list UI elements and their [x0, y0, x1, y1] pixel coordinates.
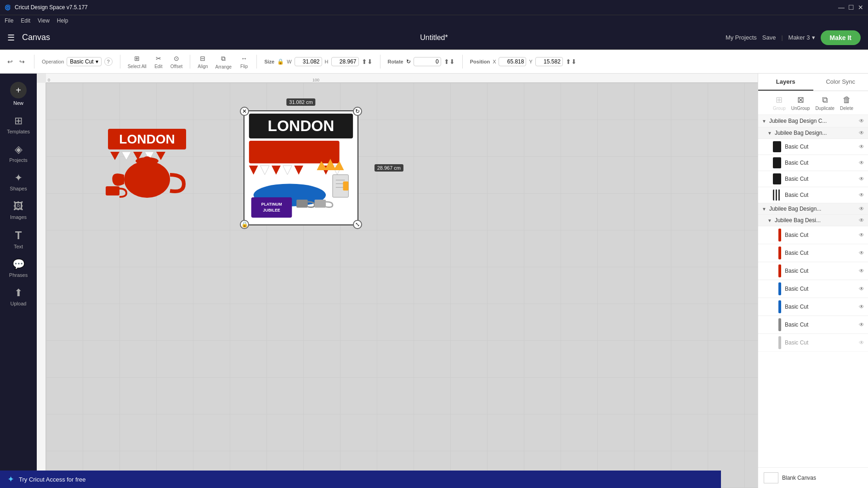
- align-icon[interactable]: ⊟: [198, 54, 207, 63]
- visibility-icon-sub2[interactable]: 👁: [859, 206, 864, 212]
- y-input[interactable]: [535, 57, 563, 66]
- sidebar-item-shapes[interactable]: ✦ Shapes: [0, 167, 37, 196]
- sidebar-item-phrases[interactable]: 💬 Phrases: [0, 254, 37, 282]
- handle-top-left[interactable]: ✕: [240, 107, 249, 116]
- london-design-left[interactable]: LONDON: [101, 124, 193, 202]
- app-title: Cricut Design Space v7.5.177: [15, 4, 88, 11]
- sidebar-label-templates: Templates: [7, 129, 30, 134]
- layer-subthumb-7: [778, 336, 781, 349]
- blank-canvas-thumb: [764, 472, 778, 483]
- my-projects-link[interactable]: My Projects: [726, 34, 757, 41]
- sidebar-item-projects[interactable]: ◈ Projects: [0, 139, 37, 167]
- position-stepper[interactable]: ⬆⬇: [566, 58, 577, 65]
- sidebar-item-images[interactable]: 🖼 Images: [0, 196, 37, 224]
- canvas-area[interactable]: 0 100 LONDON: [37, 74, 758, 488]
- layer-action-duplicate[interactable]: ⧉ Duplicate: [815, 95, 834, 111]
- close-button[interactable]: ✕: [858, 4, 863, 11]
- visibility-sublayer-4[interactable]: 👁: [859, 286, 864, 292]
- visibility-icon-subsub1[interactable]: 👁: [859, 217, 864, 224]
- new-icon: +: [10, 82, 27, 98]
- x-input[interactable]: [499, 57, 526, 66]
- offset-icon[interactable]: ⊙: [172, 54, 181, 63]
- visibility-sublayer-7[interactable]: 👁: [859, 339, 864, 346]
- london-design-selected[interactable]: 31.082 cm 28.967 cm ✕ ↻ 🔒 ⤡ LONDON: [244, 110, 358, 225]
- save-button[interactable]: Save: [762, 34, 776, 41]
- sidebar-label-shapes: Shapes: [10, 186, 27, 191]
- menu-file[interactable]: File: [5, 17, 13, 24]
- layer-subsubgroup-1[interactable]: ▼ Jubilee Bag Desi... 👁: [758, 215, 868, 226]
- visibility-icon-1[interactable]: 👁: [859, 118, 864, 124]
- width-input[interactable]: [295, 57, 322, 66]
- menu-edit[interactable]: Edit: [21, 17, 30, 24]
- layer-subgroup-2[interactable]: ▼ Jubilee Bag Design... 👁: [758, 203, 868, 215]
- visibility-sublayer-5[interactable]: 👁: [859, 304, 864, 310]
- height-input[interactable]: [331, 57, 359, 66]
- handle-top-right[interactable]: ↻: [353, 107, 362, 116]
- rotate-stepper[interactable]: ⬆⬇: [444, 58, 455, 65]
- size-stepper[interactable]: ⬆⬇: [362, 58, 373, 65]
- undo-button[interactable]: ↩: [6, 57, 15, 66]
- sidebar-item-templates[interactable]: ⊞ Templates: [0, 110, 37, 139]
- edit-icon[interactable]: ✂: [154, 54, 163, 63]
- layer-subitem-4[interactable]: Basic Cut 👁: [758, 280, 868, 298]
- layer-subitem-6[interactable]: Basic Cut 👁: [758, 316, 868, 334]
- layer-item-4[interactable]: Basic Cut 👁: [758, 187, 868, 203]
- visibility-layer-3[interactable]: 👁: [859, 176, 864, 182]
- blank-canvas-button[interactable]: Blank Canvas: [758, 467, 868, 488]
- visibility-layer-2[interactable]: 👁: [859, 160, 864, 166]
- ungroup-label: UnGroup: [791, 106, 810, 111]
- layer-subitem-3[interactable]: Basic Cut 👁: [758, 262, 868, 280]
- layer-action-ungroup[interactable]: ⊠ UnGroup: [791, 95, 810, 111]
- layer-group-jubilee-c[interactable]: ▼ Jubilee Bag Design C... 👁: [758, 115, 868, 127]
- select-all-icon[interactable]: ⊞: [132, 54, 142, 63]
- access-banner[interactable]: ✦ Try Cricut Access for free: [0, 471, 721, 488]
- handle-bottom-right[interactable]: ⤡: [353, 220, 362, 229]
- collapse-icon-1: ▼: [762, 119, 766, 124]
- layer-subthumb-5: [778, 300, 781, 313]
- visibility-layer-4[interactable]: 👁: [859, 192, 864, 198]
- visibility-sublayer-1[interactable]: 👁: [859, 232, 864, 238]
- layer-action-delete[interactable]: 🗑 Delete: [840, 95, 853, 111]
- minimize-button[interactable]: —: [838, 4, 845, 11]
- visibility-sublayer-3[interactable]: 👁: [859, 268, 864, 274]
- tab-color-sync[interactable]: Color Sync: [813, 74, 868, 91]
- layer-name-4: Basic Cut: [785, 192, 855, 198]
- arrange-icon[interactable]: ⧉: [219, 54, 227, 63]
- canvas-content[interactable]: LONDON: [46, 83, 758, 488]
- visibility-icon-sub1[interactable]: 👁: [859, 130, 864, 136]
- sidebar-item-upload[interactable]: ⬆ Upload: [0, 282, 37, 311]
- maximize-button[interactable]: ☐: [848, 4, 854, 11]
- hamburger-menu[interactable]: ☰: [7, 33, 15, 43]
- operation-select[interactable]: Basic Cut ▾: [67, 57, 101, 66]
- visibility-layer-1[interactable]: 👁: [859, 144, 864, 150]
- window-controls[interactable]: — ☐ ✕: [838, 4, 863, 11]
- layer-item-1[interactable]: Basic Cut 👁: [758, 139, 868, 155]
- operation-help-button[interactable]: ?: [104, 57, 113, 66]
- layer-subgroup-1[interactable]: ▼ Jubilee Bag Design... 👁: [758, 127, 868, 139]
- redo-button[interactable]: ↪: [17, 57, 27, 66]
- layer-action-group[interactable]: ⊞ Group: [773, 95, 786, 111]
- operation-label: Operation: [42, 59, 64, 64]
- layer-subitem-1[interactable]: Basic Cut 👁: [758, 226, 868, 244]
- sidebar-item-text[interactable]: T Text: [0, 224, 37, 254]
- machine-selector[interactable]: Maker 3 ▾: [789, 34, 815, 41]
- flip-icon[interactable]: ↔: [239, 54, 249, 63]
- delete-label: Delete: [840, 106, 853, 111]
- layer-item-2[interactable]: Basic Cut 👁: [758, 155, 868, 171]
- titlebar: 🌀 Cricut Design Space v7.5.177 — ☐ ✕: [0, 0, 868, 15]
- layer-subitem-2[interactable]: Basic Cut 👁: [758, 244, 868, 262]
- tab-layers[interactable]: Layers: [758, 74, 813, 91]
- menu-view[interactable]: View: [38, 17, 50, 24]
- layer-subitem-5[interactable]: Basic Cut 👁: [758, 298, 868, 316]
- handle-bottom-left[interactable]: 🔒: [240, 220, 249, 229]
- app-logo: 🌀: [5, 5, 11, 11]
- visibility-sublayer-6[interactable]: 👁: [859, 322, 864, 328]
- make-it-button[interactable]: Make It: [821, 30, 861, 45]
- layer-subitem-7[interactable]: Basic Cut 👁: [758, 334, 868, 352]
- layer-item-3[interactable]: Basic Cut 👁: [758, 171, 868, 187]
- menu-help[interactable]: Help: [57, 17, 68, 24]
- visibility-sublayer-2[interactable]: 👁: [859, 250, 864, 256]
- lock-icon[interactable]: 🔒: [277, 58, 284, 65]
- rotate-input[interactable]: [414, 57, 441, 66]
- sidebar-item-new[interactable]: + New: [0, 77, 37, 110]
